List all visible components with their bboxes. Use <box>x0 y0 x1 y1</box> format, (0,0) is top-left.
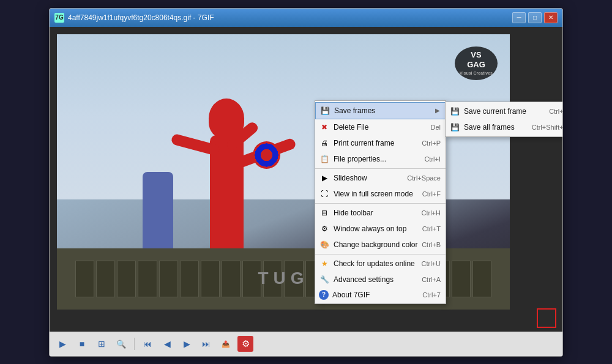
gear-button[interactable]: ⚙ <box>237 336 253 352</box>
app-icon: 7G <box>54 13 64 23</box>
main-window: 7G 4aff7849jw1f1ufqyvf6tg20c806t4qs.gif … <box>49 8 563 357</box>
advanced-settings-icon: 🔧 <box>319 274 330 285</box>
about-shortcut: Ctrl+7 <box>422 291 441 299</box>
rooftop-block <box>452 261 471 297</box>
shield-disk <box>253 141 280 169</box>
toolbar: ▶ ■ ⊞ 🔍 ⏮ ◀ ▶ ⏭ 📤 ⚙ <box>50 332 562 356</box>
menu-item-delete-file[interactable]: ✖ Delete File Del <box>315 119 446 135</box>
maximize-button[interactable]: □ <box>528 12 542 23</box>
frames-button[interactable]: ⊞ <box>94 336 110 352</box>
delete-file-shortcut: Del <box>430 124 441 131</box>
slideshow-icon: ▶ <box>319 173 330 184</box>
file-props-label: File properties... <box>334 155 420 163</box>
file-props-shortcut: Ctrl+I <box>424 155 441 163</box>
print-label: Print current frame <box>334 139 418 147</box>
menu-item-advanced-settings[interactable]: 🔧 Advanced settings Ctrl+A <box>315 272 446 288</box>
menu-separator-3 <box>315 254 446 254</box>
titlebar-buttons: ─ □ ✕ <box>512 12 558 23</box>
file-props-icon: 📋 <box>319 154 330 165</box>
export-button[interactable]: 📤 <box>218 336 234 352</box>
delete-file-label: Delete File <box>334 123 427 132</box>
rooftop-block <box>75 261 94 297</box>
change-bg-shortcut: Ctrl+B <box>422 241 441 248</box>
rooftop-block <box>201 261 220 297</box>
about-icon: ? <box>319 290 329 300</box>
titlebar: 7G 4aff7849jw1f1ufqyvf6tg20c806t4qs.gif … <box>50 9 562 27</box>
stop-button[interactable]: ■ <box>74 336 90 352</box>
context-menu: 💾 Save frames ▶ 💾 Save current frame Ctr… <box>315 100 446 304</box>
last-frame-button[interactable]: ⏭ <box>198 336 214 352</box>
always-on-top-icon: ⚙ <box>319 223 330 234</box>
close-button[interactable]: ✕ <box>544 12 558 23</box>
check-updates-label: Check for updates online <box>334 259 418 268</box>
print-shortcut: Ctrl+P <box>422 139 441 147</box>
slideshow-shortcut: Ctrl+Space <box>407 174 441 182</box>
menu-item-change-bg[interactable]: 🎨 Change background color Ctrl+B <box>315 237 446 253</box>
window-title: 4aff7849jw1f1ufqyvf6tg20c806t4qs.gif - 7… <box>68 13 214 22</box>
hide-toolbar-icon: ⊟ <box>319 207 330 218</box>
menu-separator-1 <box>315 168 446 169</box>
save-frames-icon: 💾 <box>319 105 330 116</box>
save-all-shortcut: Ctrl+Shift+S <box>532 124 562 131</box>
vsgag-logo: VS GAG Visual Creatives <box>455 46 498 80</box>
rooftop-block <box>180 261 199 297</box>
menu-item-always-on-top[interactable]: ⚙ Window always on top Ctrl+T <box>315 221 446 237</box>
always-on-top-shortcut: Ctrl+T <box>422 225 441 232</box>
save-current-shortcut: Ctrl+S <box>549 108 562 115</box>
submenu-save-frames: 💾 Save current frame Ctrl+S 💾 Save all f… <box>445 102 562 137</box>
check-updates-icon: ★ <box>319 258 330 269</box>
rooftop-block <box>138 261 157 297</box>
fullscreen-icon: ⛶ <box>319 188 330 199</box>
menu-separator-2 <box>315 203 446 204</box>
menu-item-save-current-frame[interactable]: 💾 Save current frame Ctrl+S <box>446 103 562 119</box>
play-button[interactable]: ▶ <box>54 336 70 352</box>
fullscreen-shortcut: Ctrl+F <box>422 190 441 198</box>
rooftop-block <box>159 261 178 297</box>
minimize-button[interactable]: ─ <box>512 12 526 23</box>
save-current-icon: 💾 <box>449 106 460 117</box>
check-updates-shortcut: Ctrl+U <box>422 260 441 267</box>
change-bg-icon: 🎨 <box>319 239 330 250</box>
save-frames-label: Save frames <box>334 106 431 115</box>
save-all-icon: 💾 <box>449 122 460 133</box>
menu-item-save-all-frames[interactable]: 💾 Save all frames Ctrl+Shift+S <box>446 119 562 135</box>
hide-toolbar-label: Hide toolbar <box>334 209 418 217</box>
menu-item-fullscreen[interactable]: ⛶ View in full screen mode Ctrl+F <box>315 186 446 202</box>
menu-item-slideshow[interactable]: ▶ Slideshow Ctrl+Space <box>315 170 446 186</box>
advanced-settings-shortcut: Ctrl+A <box>422 276 441 283</box>
next-frame-button[interactable]: ▶ <box>179 336 195 352</box>
toolbar-separator-1 <box>134 338 135 350</box>
save-frames-arrow: ▶ <box>435 107 440 114</box>
rooftop-block <box>472 261 491 297</box>
delete-file-icon: ✖ <box>319 122 330 133</box>
save-all-label: Save all frames <box>464 123 528 132</box>
hide-toolbar-shortcut: Ctrl+H <box>422 209 441 217</box>
print-icon: 🖨 <box>319 138 330 149</box>
about-label: About 7GIF <box>332 291 419 299</box>
menu-item-print[interactable]: 🖨 Print current frame Ctrl+P <box>315 135 446 151</box>
slideshow-label: Slideshow <box>334 174 403 182</box>
menu-item-hide-toolbar[interactable]: ⊟ Hide toolbar Ctrl+H <box>315 205 446 221</box>
zoom-button[interactable]: 🔍 <box>113 336 129 352</box>
tug-label: TUG <box>258 269 308 288</box>
content-area: VS GAG Visual Creatives <box>50 27 562 332</box>
rooftop-block <box>96 261 115 297</box>
save-current-label: Save current frame <box>464 107 545 116</box>
rooftop-block <box>117 261 136 297</box>
menu-item-about[interactable]: ? About 7GIF Ctrl+7 <box>315 288 446 302</box>
change-bg-label: Change background color <box>334 240 418 249</box>
gear-highlight-box <box>537 308 556 328</box>
menu-item-save-frames[interactable]: 💾 Save frames ▶ 💾 Save current frame Ctr… <box>315 102 446 119</box>
menu-item-file-props[interactable]: 📋 File properties... Ctrl+I <box>315 151 446 167</box>
rooftop-block <box>222 261 241 297</box>
menu-item-check-updates[interactable]: ★ Check for updates online Ctrl+U <box>315 256 446 272</box>
first-frame-button[interactable]: ⏮ <box>140 336 155 352</box>
advanced-settings-label: Advanced settings <box>334 275 418 284</box>
fullscreen-label: View in full screen mode <box>334 190 419 198</box>
captain-america-figure <box>143 172 173 258</box>
always-on-top-label: Window always on top <box>334 225 419 233</box>
prev-frame-button[interactable]: ◀ <box>159 336 175 352</box>
titlebar-left: 7G 4aff7849jw1f1ufqyvf6tg20c806t4qs.gif … <box>54 13 214 23</box>
